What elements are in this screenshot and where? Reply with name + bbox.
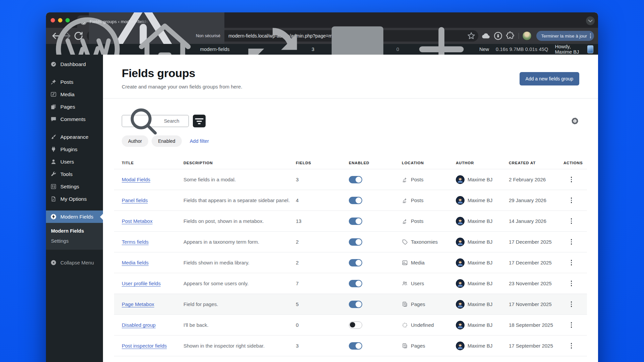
row-actions-kebab-button[interactable] <box>569 279 574 288</box>
browser-menu-icon[interactable] <box>590 34 591 38</box>
row-description: I'll be back. <box>183 322 296 328</box>
row-actions-kebab-button[interactable] <box>569 258 574 267</box>
enabled-toggle[interactable] <box>349 238 362 246</box>
row-author: Maxime BJ <box>456 175 509 184</box>
enabled-toggle[interactable] <box>349 176 362 183</box>
row-actions-kebab-button[interactable] <box>569 299 574 309</box>
tab-search-chevron-icon[interactable] <box>586 16 595 25</box>
row-title-link[interactable]: Page Metabox <box>122 301 154 307</box>
author-avatar <box>456 258 465 267</box>
row-actions-kebab-button[interactable] <box>569 341 574 351</box>
comment-icon <box>50 116 57 122</box>
sidebar-menu: DashboardPostsMediaPagesCommentsAppearan… <box>46 58 103 223</box>
row-title-link[interactable]: Disabled group <box>122 322 156 328</box>
column-header-fields: Fields <box>296 161 349 165</box>
loc-pages-icon <box>402 343 408 349</box>
row-title-link[interactable]: Terms fields <box>122 239 149 245</box>
row-author: Maxime BJ <box>456 279 509 288</box>
puzzle-extensions-icon[interactable] <box>505 31 515 41</box>
mflogo-icon <box>50 214 57 220</box>
table-row: My website optionsA magnificent options … <box>114 356 587 362</box>
sidebar-item-label: Media <box>60 92 74 98</box>
table-row: Modal FieldsSome fields in a modal.3Post… <box>114 169 587 190</box>
sidebar-item-comments[interactable]: Comments <box>46 113 103 125</box>
admin-avatar[interactable] <box>587 45 593 53</box>
row-actions-kebab-button[interactable] <box>569 216 574 226</box>
table-row: Post MetaboxFields on post, shown in a m… <box>114 210 587 231</box>
row-description: Fields that appears in a separate sideba… <box>183 197 296 203</box>
column-header-author: Author <box>456 161 509 165</box>
page-subtitle: Create and manage your own fields groups… <box>122 84 242 89</box>
filter-chip-enabled[interactable]: Enabled <box>152 135 181 147</box>
fields-groups-table: TitleDescriptionFieldsEnabledLocationAut… <box>114 157 587 362</box>
author-avatar <box>456 217 465 226</box>
row-location: Posts <box>402 197 456 203</box>
loc-dashed-icon <box>402 322 408 328</box>
author-avatar <box>456 175 465 184</box>
sidebar-item-settings[interactable]: Settings <box>46 180 103 193</box>
author-avatar <box>456 342 465 350</box>
table-row: Page MetaboxField for pages.5PagesMaxime… <box>114 294 587 314</box>
loc-pin-icon <box>402 197 408 203</box>
page-header: Fields groups Create and manage your own… <box>103 55 598 99</box>
sidebar-item-plugins[interactable]: Plugins <box>46 143 103 156</box>
row-author: Maxime BJ <box>456 321 509 329</box>
row-created-at: 2 February 2026 <box>509 177 564 182</box>
row-title-link[interactable]: Post inspector fields <box>122 343 167 349</box>
password-manager-icon[interactable] <box>493 31 503 41</box>
enabled-toggle[interactable] <box>349 301 362 308</box>
sidebar-subitem-settings[interactable]: Settings <box>46 236 103 246</box>
sidebar-item-pages[interactable]: Pages <box>46 101 103 113</box>
performance-stats: 0.16s 9.7MB 0.01s 45Q <box>496 47 548 52</box>
sidebar-item-posts[interactable]: Posts <box>46 76 103 88</box>
enabled-toggle[interactable] <box>349 218 362 225</box>
filter-chips-row: AuthorEnabled Add filter <box>122 135 579 147</box>
howdy-account-link[interactable]: Howdy, Maxime BJ <box>555 44 585 55</box>
enabled-toggle[interactable] <box>349 197 362 204</box>
sidebar-item-label: Appearance <box>60 134 89 140</box>
row-created-at: 17 December 2025 <box>509 260 564 265</box>
finish-update-button[interactable]: Terminer la mise à jour <box>536 31 594 41</box>
browser-profile-avatar[interactable] <box>522 31 532 41</box>
column-header-actions: Actions <box>564 161 579 165</box>
sidebar-item-label: Tools <box>60 171 72 177</box>
enabled-toggle[interactable] <box>349 342 362 350</box>
add-fields-group-button[interactable]: Add a new fields group <box>520 72 579 85</box>
sidebar-item-users[interactable]: Users <box>46 156 103 168</box>
sidebar-item-my-options[interactable]: My Options <box>46 193 103 205</box>
sidebar-item-media[interactable]: Media <box>46 88 103 101</box>
row-created-at: 17 September 2025 <box>509 343 564 349</box>
row-author: Maxime BJ <box>456 258 509 267</box>
column-header-title: Title <box>122 161 183 165</box>
add-filter-link[interactable]: Add filter <box>190 138 209 144</box>
sidebar-item-tools[interactable]: Tools <box>46 168 103 180</box>
row-actions-kebab-button[interactable] <box>569 320 574 330</box>
row-created-at: 29 January 2026 <box>509 197 564 203</box>
sidebar-item-dashboard[interactable]: Dashboard <box>46 58 103 70</box>
row-title-link[interactable]: Post Metabox <box>122 218 153 224</box>
enabled-toggle[interactable] <box>349 321 362 329</box>
table-settings-gear-icon[interactable] <box>571 117 579 125</box>
row-fields-count: 3 <box>296 177 349 182</box>
collapse-menu-button[interactable]: Collapse Menu <box>46 256 103 269</box>
row-actions-kebab-button[interactable] <box>569 195 574 205</box>
row-actions-kebab-button[interactable] <box>569 175 574 184</box>
sidebar-item-appearance[interactable]: Appearance <box>46 131 103 143</box>
row-actions-kebab-button[interactable] <box>569 237 574 247</box>
filter-chip-author[interactable]: Author <box>122 135 148 147</box>
enabled-toggle[interactable] <box>349 259 362 266</box>
sidebar-subitem-modern-fields[interactable]: Modern Fields <box>46 226 103 236</box>
sidebar-item-modern-fields[interactable]: Modern Fields <box>46 210 103 223</box>
pages-icon <box>50 104 57 110</box>
search-input[interactable] <box>164 118 185 124</box>
table-header-row: TitleDescriptionFieldsEnabledLocationAut… <box>114 157 587 169</box>
row-title-link[interactable]: Panel fields <box>122 197 148 203</box>
wrench-icon <box>50 171 57 177</box>
row-title-link[interactable]: Media fields <box>122 260 149 265</box>
row-title-link[interactable]: Modal Fields <box>122 177 150 182</box>
wp-sidebar: DashboardPostsMediaPagesCommentsAppearan… <box>46 55 103 362</box>
enabled-toggle[interactable] <box>349 280 362 287</box>
row-author: Maxime BJ <box>456 196 509 205</box>
filter-button[interactable] <box>193 115 206 127</box>
row-title-link[interactable]: User profile fields <box>122 281 161 286</box>
